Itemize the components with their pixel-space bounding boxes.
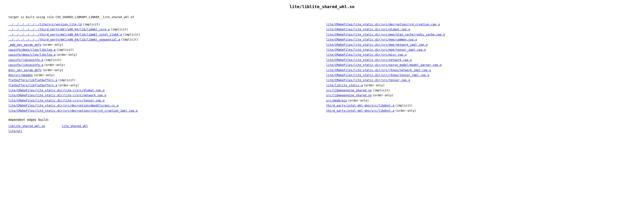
list-item: lite/CMakeFiles/lite_static.dir/src/decr… [8,108,318,113]
link-suffix: (order-only) [372,93,393,97]
file-link[interactable]: lite/CMakeFiles/lite_static.dir/src/netw… [326,58,412,62]
list-item: lite/CMakeFiles/lite_static.dir/src/mge/… [326,47,636,52]
file-link[interactable]: lite/CMakeFiles/lite_static.dir/src/rknp… [326,73,429,77]
link-suffix: (implicit) [121,37,138,42]
list-item: flatbuffers/libflatbuffers.a(order-only) [8,83,318,87]
list-item: liblite_shared_whl.so [8,124,45,128]
list-item: ../../../../../../third_party/mkl/x86_64… [8,32,318,37]
list-item: ../../../../../../third_party/mkl/x86_64… [8,27,318,32]
file-link[interactable]: ../../../../../../third_party/mkl/x86_64… [8,32,122,37]
list-item: lite/CMakeFiles/lite_static.dir/src/decr… [326,22,636,27]
file-link[interactable]: dnn/_opr_param_defs [8,68,42,72]
list-item: lite/CMakeFiles/lite_static.dir/lite-c/s… [8,88,318,92]
file-link[interactable]: lite/CMakeFiles/lite_static.dir/src/mge/… [326,47,426,52]
dep-link[interactable]: lite/all [8,129,22,133]
list-item: ../../../../../../lite/src/version_lite.… [8,22,318,27]
file-link[interactable]: flatbuffers/libflatbuffers.a [8,78,57,82]
link-suffix: (implicit) [123,32,140,37]
subtitle: target is built using rule CXX_SHARED_LI… [8,15,636,19]
list-item: lite/CMakeFiles/lite_static.dir/src/rknp… [326,68,636,72]
page-title: lite/liblite_shared_whl.so [8,4,636,9]
link-suffix: (order-only) [364,83,385,87]
list-item: lite/CMakeFiles/lite_static.dir/src/mge/… [326,37,636,42]
file-link[interactable]: src/libmegengine_shared.so [326,93,372,97]
link-suffix: (order-only) [348,98,369,103]
list-item: dnn/src/megdnn(order-only) [8,73,318,77]
file-link[interactable]: dnn/src/megdnn [8,73,33,77]
file-link[interactable]: lite/CMakeFiles/lite_static.dir/src/pars… [326,63,442,67]
link-suffix: (implicit) [395,103,413,108]
file-link[interactable]: lite/CMakeFiles/lite_static.dir/lite-c/s… [8,88,104,92]
file-link[interactable]: cpuinfo/libcpuinfo.a [8,63,43,67]
right-column: lite/CMakeFiles/lite_static.dir/src/decr… [326,22,636,113]
list-item: third_party/intel-mkl-dnn/src/libdnnl.a(… [326,103,636,108]
list-item: lite/CMakeFiles/lite_static.dir/lite-c/s… [8,98,318,103]
file-link[interactable]: _mgb_opr_param_defs [8,42,42,47]
list-item: lite/CMakeFiles/lite_static.dir/src/pars… [326,63,636,67]
list-item: lite/liblite_static.a(order-only) [326,83,636,87]
list-item: dnn/_opr_param_defs(order-only) [8,68,318,72]
file-link[interactable]: lite/CMakeFiles/lite_static.dir/src/glob… [326,27,410,32]
link-suffix: (implicit) [372,88,390,92]
dep-link[interactable]: lite_shared_whl [62,124,88,128]
left-column: ../../../../../../lite/src/version_lite.… [8,22,318,113]
list-item: lite/CMakeFiles/lite_static.dir/src/netw… [326,58,636,62]
file-link[interactable]: ../../../../../../third_party/mkl/x86_64… [8,37,120,42]
dep-left: liblite_shared_whl.solite/all [8,124,45,134]
list-item: lite/CMakeFiles/lite_static.dir/src/glob… [326,27,636,32]
file-link[interactable]: third_party/intel-mkl-dnn/src/libdnnl.a [326,108,394,113]
link-suffix: (order-only) [42,68,63,72]
file-link[interactable]: lite/CMakeFiles/lite_static.dir/src/misc… [326,52,407,57]
file-link[interactable]: lite/CMakeFiles/lite_static.dir/lite-c/s… [8,93,106,97]
list-item: flatbuffers/libflatbuffers.a(implicit) [8,78,318,82]
link-suffix: (order-only) [44,63,65,67]
link-suffix: (order-only) [56,52,78,57]
file-link[interactable]: flatbuffers/libflatbuffers.a [8,83,57,87]
list-item: lite/CMakeFiles/lite_static.dir/src/decr… [8,103,318,108]
link-suffix: (implicit) [44,58,62,62]
list-item: src/megbrain(order-only) [326,98,636,103]
file-link[interactable]: cpuinfo/deps/clog/libclog.a [8,52,56,57]
dependent-edges-label: dependent edges build: [8,118,636,122]
dep-right: lite_shared_whl [62,124,88,134]
list-item: third_party/intel-mkl-dnn/src/libdnnl.a(… [326,108,636,113]
link-suffix: (order-only) [395,108,416,113]
file-link[interactable]: lite/CMakeFiles/lite_static.dir/src/decr… [8,108,138,113]
list-item: ../../../../../../third_party/mkl/x86_64… [8,37,318,42]
list-item: _mgb_opr_param_defs(order-only) [8,42,318,47]
list-item: cpuinfo/libcpuinfo.a(implicit) [8,58,318,62]
list-item: lite/CMakeFiles/lite_static.dir/lite-c/s… [8,93,318,97]
file-link[interactable]: lite/liblite_static.a [326,83,363,87]
file-link[interactable]: lite/CMakeFiles/lite_static.dir/lite-c/s… [8,98,104,103]
link-suffix: (implicit) [82,22,100,27]
list-item: lite/all [8,129,45,133]
list-item: src/libmegengine_shared.so(implicit) [326,88,636,92]
list-item: cpuinfo/libcpuinfo.a(order-only) [8,63,318,67]
list-item: src/libmegengine_shared.so(order-only) [326,93,636,97]
file-link[interactable]: ../../../../../../lite/src/version_lite.… [8,22,82,27]
list-item: lite/CMakeFiles/lite_static.dir/src/mge/… [326,32,636,37]
list-item: lite_shared_whl [62,124,88,128]
link-suffix: (order-only) [58,83,79,87]
dep-link[interactable]: liblite_shared_whl.so [8,124,45,128]
file-link[interactable]: src/libmegengine_shared.so [326,88,372,92]
file-link[interactable]: lite/CMakeFiles/lite_static.dir/src/mge/… [326,42,428,47]
file-link[interactable]: cpuinfo/deps/clog/libclog.a [8,47,56,52]
file-link[interactable]: third_party/intel-mkl-dnn/src/libdnnl.a [326,103,394,108]
list-item: lite/CMakeFiles/lite_static.dir/src/tens… [326,78,636,82]
file-link[interactable]: lite/CMakeFiles/lite_static.dir/src/tens… [326,78,410,82]
file-link[interactable]: src/megbrain [326,98,347,103]
list-item: lite/CMakeFiles/lite_static.dir/src/rknp… [326,73,636,77]
file-link[interactable]: ../../../../../../third_party/mkl/x86_64… [8,27,110,32]
file-link[interactable]: lite/CMakeFiles/lite_static.dir/src/decr… [326,22,440,27]
file-link[interactable]: lite/CMakeFiles/lite_static.dir/src/mge/… [326,32,445,37]
link-suffix: (order-only) [34,73,54,77]
file-link[interactable]: lite/CMakeFiles/lite_static.dir/src/mge/… [326,37,417,42]
link-suffix: (implicit) [58,78,76,82]
file-link[interactable]: cpuinfo/libcpuinfo.a [8,58,43,62]
link-suffix: (implicit) [56,47,74,52]
list-item: cpuinfo/deps/clog/libclog.a(order-only) [8,52,318,57]
file-link[interactable]: lite/CMakeFiles/lite_static.dir/src/rknp… [326,68,431,72]
dependent-links: liblite_shared_whl.solite/all lite_share… [8,124,636,134]
file-link[interactable]: lite/CMakeFiles/lite_static.dir/src/decr… [8,103,118,108]
